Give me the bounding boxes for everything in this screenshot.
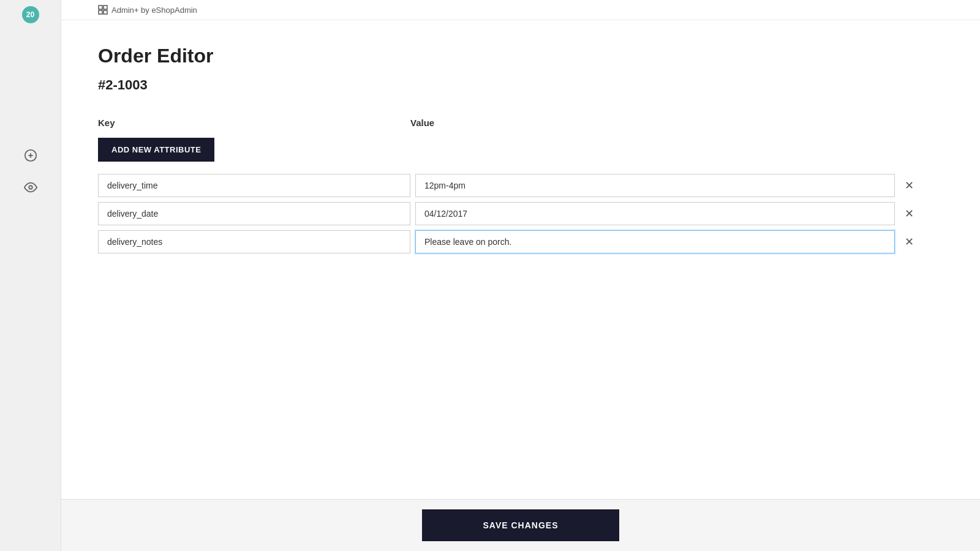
top-bar: Admin+ by eShopAdmin — [61, 0, 980, 20]
svg-point-3 — [29, 186, 32, 189]
key-column-header: Key — [98, 118, 410, 128]
delete-button-1[interactable]: ✕ — [900, 206, 919, 222]
svg-rect-5 — [104, 6, 107, 9]
table-row: ✕ — [98, 174, 919, 197]
notification-badge: 20 — [22, 6, 39, 23]
svg-rect-6 — [99, 10, 102, 14]
value-column-header: Value — [410, 118, 919, 128]
table-row: ✕ — [98, 230, 919, 253]
sidebar: 20 — [0, 0, 61, 551]
table-header: Key Value — [98, 118, 919, 128]
footer-bar: SAVE CHANGES — [61, 499, 980, 551]
attribute-table: Key Value ADD NEW ATTRIBUTE ✕ ✕ ✕ — [98, 118, 919, 253]
value-input-2[interactable] — [415, 230, 895, 253]
key-input-0[interactable] — [98, 174, 410, 197]
grid-icon — [98, 5, 108, 15]
content-area: Order Editor #2-1003 Key Value ADD NEW A… — [61, 20, 980, 499]
add-attribute-button[interactable]: ADD NEW ATTRIBUTE — [98, 138, 214, 162]
value-input-0[interactable] — [415, 174, 895, 197]
order-number: #2-1003 — [98, 77, 943, 93]
value-input-1[interactable] — [415, 202, 895, 225]
main-content: Admin+ by eShopAdmin Order Editor #2-100… — [61, 0, 980, 551]
delete-button-2[interactable]: ✕ — [900, 234, 919, 250]
eye-icon[interactable] — [21, 178, 40, 197]
table-row: ✕ — [98, 202, 919, 225]
delete-button-0[interactable]: ✕ — [900, 178, 919, 193]
svg-rect-4 — [99, 6, 102, 9]
key-input-2[interactable] — [98, 230, 410, 253]
svg-rect-7 — [104, 10, 107, 14]
key-input-1[interactable] — [98, 202, 410, 225]
plus-icon[interactable] — [21, 146, 40, 165]
app-title: Admin+ by eShopAdmin — [98, 5, 197, 15]
save-changes-button[interactable]: SAVE CHANGES — [422, 509, 620, 541]
page-title: Order Editor — [98, 45, 943, 67]
